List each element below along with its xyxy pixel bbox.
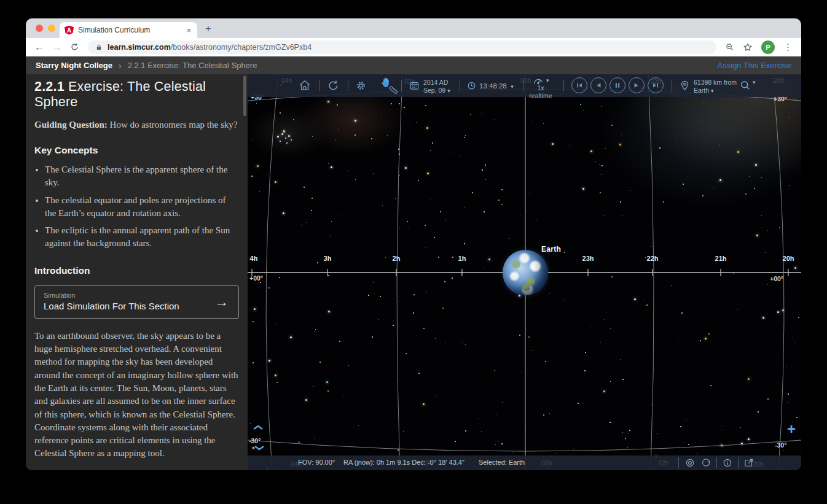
url-domain: learn.simcur.com (108, 43, 171, 52)
page-title: 2.2.1 Exercise: The Celestial Sphere (34, 79, 239, 110)
load-simulation-label: Load Simulation For This Section (44, 301, 230, 311)
ghost-ra-label: 04h (281, 77, 292, 84)
load-simulation-card[interactable]: Simulation Load Simulation For This Sect… (34, 285, 239, 319)
fov-readout: FOV: 90.00° (298, 459, 335, 466)
intro-paragraph: To an earthbound observer, the sky appea… (34, 330, 239, 460)
scrollbar-thumb[interactable] (243, 76, 246, 116)
ghost-ra-label: 20h (774, 77, 785, 84)
bookmark-star-icon[interactable] (743, 42, 753, 52)
ra-label: 1h (458, 255, 466, 262)
url-path: /books/astronomy/chapters/zmGZv6Pxb4 (171, 43, 312, 52)
arrow-right-icon: → (215, 294, 229, 310)
browser-tab[interactable]: A Simulation Curriculum × (60, 22, 197, 38)
dec-label: +00° (249, 274, 263, 282)
toolbar-separator (348, 80, 348, 91)
pause-button[interactable] (609, 77, 625, 93)
profile-avatar[interactable]: P (761, 41, 775, 54)
introduction-heading: Introduction (34, 265, 239, 276)
toolbar-separator (401, 80, 402, 91)
tab-title: Simulation Curriculum (78, 26, 185, 34)
browser-actions: P ⋮ (716, 41, 801, 54)
center-target-button[interactable] (684, 457, 696, 468)
browser-toolbar: ← → learn.simcur.com/books/astronomy/cha… (26, 38, 801, 56)
new-tab-button[interactable]: + (205, 23, 211, 34)
guiding-question: Guiding Question: How do astronomers map… (34, 120, 239, 130)
time-display[interactable]: 13:48:28 ▾ (479, 82, 514, 90)
browser-menu-icon[interactable]: ⋮ (783, 42, 793, 52)
dec-label: -30° (249, 437, 261, 444)
back-button[interactable]: ← (34, 42, 44, 52)
date-display[interactable]: 2014 AD Sep, 09 ▾ (423, 79, 450, 95)
orbit-view-button[interactable] (700, 457, 712, 468)
jump-to-start-button[interactable] (571, 77, 587, 93)
statusbar-separator (716, 457, 717, 468)
play-button[interactable] (629, 77, 645, 93)
tab-close-icon[interactable]: × (185, 26, 192, 35)
simulation-view[interactable]: 4h 3h 2h 1h 23h 22h 21h 20h +30° +30° +0… (248, 74, 801, 470)
search-button[interactable] (739, 79, 751, 91)
time-rate-label: 1x realtime (527, 84, 554, 100)
ra-label: 22h (647, 255, 659, 262)
ruler-measure-tool-icon[interactable] (388, 85, 399, 95)
home-button[interactable] (298, 79, 312, 92)
clock-icon (467, 81, 476, 90)
statusbar-separator (678, 457, 679, 468)
toolbar-separator (563, 80, 564, 91)
assign-exercise-link[interactable]: Assign This Exercise (718, 61, 791, 70)
info-button[interactable] (722, 457, 733, 468)
ra-label: 20h (783, 255, 794, 262)
zoom-in-button[interactable]: + (787, 421, 796, 438)
toolbar-separator (460, 80, 460, 91)
url-bar[interactable]: learn.simcur.com/books/astronomy/chapter… (88, 41, 716, 54)
step-back-button[interactable] (590, 77, 606, 93)
search-caret[interactable]: ▾ (753, 79, 756, 85)
calendar-icon (409, 80, 420, 91)
key-concept-item: The Celestial Sphere is the apparent sph… (45, 163, 239, 190)
simulation-status-bar: 04h 02h 00h 22h 20h FOV: 90.00° RA (jnow… (248, 456, 801, 470)
simulation-kicker: Simulation (44, 292, 230, 299)
ghost-ra-label: 22h (658, 459, 669, 467)
ghost-ra-label: 00h (541, 459, 552, 467)
dec-label: +00° (770, 275, 783, 282)
minimize-window-button[interactable] (48, 25, 55, 32)
refresh-button[interactable] (327, 79, 340, 92)
jump-to-end-button[interactable] (648, 77, 664, 93)
earth-label: Earth (541, 245, 561, 254)
forward-button[interactable]: → (52, 42, 61, 52)
toolbar-separator (319, 80, 320, 91)
breadcrumb-current: 2.2.1 Exercise: The Celestial Sphere (128, 61, 257, 70)
dec-label: -30° (775, 441, 786, 449)
pan-up-chevron[interactable] (253, 424, 264, 430)
location-pin-icon (679, 79, 691, 92)
time-rate-caret[interactable]: ▾ (546, 77, 549, 83)
ra-label: 21h (715, 255, 727, 262)
pan-down-chevron[interactable] (254, 445, 265, 451)
ra-label: 2h (393, 255, 401, 262)
export-view-button[interactable] (743, 457, 754, 468)
toolbar-separator (672, 80, 672, 91)
ra-label: 3h (324, 255, 332, 262)
close-window-button[interactable] (36, 25, 43, 32)
settings-gear-button[interactable] (355, 79, 367, 92)
key-concepts-list: The Celestial Sphere is the apparent sph… (34, 163, 239, 250)
lesson-pane: 2.2.1 Exercise: The Celestial Sphere Gui… (26, 74, 248, 470)
favicon-icon: A (65, 26, 74, 35)
zoom-page-icon[interactable] (725, 42, 734, 52)
reload-button[interactable] (70, 42, 79, 52)
simulation-toolbar: 04h 02h 00h 22h 20h (248, 74, 801, 97)
ra-dec-readout: RA (jnow): 0h 1m 9.1s Dec: -0° 18′ 43.4″ (343, 459, 464, 466)
key-concept-item: The ecliptic is the annual apparent path… (45, 224, 239, 250)
lock-icon (95, 44, 103, 51)
viewer-location-display[interactable]: 61398 km from Earth ▾ (694, 79, 737, 95)
breadcrumb-root[interactable]: Starry Night College (36, 61, 112, 70)
ra-label: 4h (250, 255, 258, 262)
ra-label: 23h (582, 255, 594, 262)
selected-object-readout: Selected: Earth (479, 459, 525, 466)
key-concepts-heading: Key Concepts (34, 145, 239, 156)
tab-strip: A Simulation Curriculum × + (26, 18, 801, 38)
statusbar-separator (738, 457, 739, 468)
browser-window: A Simulation Curriculum × + ← → learn.si… (26, 18, 801, 470)
key-concept-item: The celestial equator and poles are proj… (45, 194, 239, 220)
breadcrumb: Starry Night College › 2.2.1 Exercise: T… (26, 56, 801, 74)
earth-globe[interactable] (503, 250, 548, 295)
